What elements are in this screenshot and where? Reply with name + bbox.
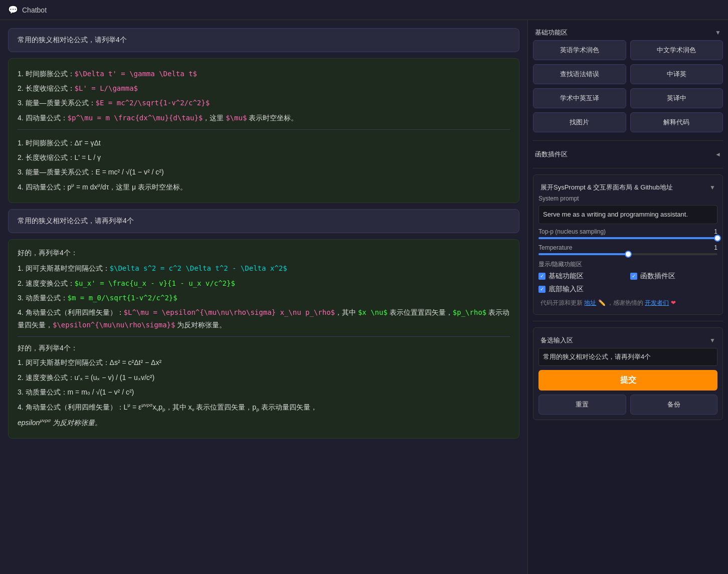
pencil-icon: ✏️ <box>598 299 606 306</box>
formula-line-5: 1. 闵可夫斯基时空间隔公式：$\Delta s^2 = c^2 \Delta … <box>18 262 510 275</box>
user-message-2: 常用的狭义相对论公式，请再列举4个 <box>8 209 519 233</box>
formula-line-4: 4. 四动量公式：$p^\mu = m \frac{dx^\mu}{d\tau}… <box>18 112 510 124</box>
sysprompt-section-header: 展开SysPrompt & 交互界面布局 & Github地址 ▼ <box>538 180 717 195</box>
btn-en-academic[interactable]: 英语学术润色 <box>533 40 626 60</box>
footer-info: 代码开源和更新 地址 ✏️ ，感谢热情的 开发者们 ❤ <box>538 297 717 309</box>
sysprompt-arrow[interactable]: ▼ <box>709 184 715 191</box>
temperature-slider-thumb <box>625 251 632 258</box>
basic-section: 基础功能区 ▼ 英语学术润色 中文学术润色 查找语法错误 中译英 学术中英互译 … <box>533 25 723 134</box>
formula-line-8: 4. 角动量公式（利用四维矢量）：$L^\mu = \epsilon^{\mu\… <box>18 306 510 331</box>
cb-plugin-label: 函数插件区 <box>640 272 675 281</box>
assistant-message-2: 好的，再列举4个： 1. 闵可夫斯基时空间隔公式：$\Delta s^2 = c… <box>8 239 519 439</box>
top-p-row: Top-p (nucleus sampling) 1 <box>538 228 717 235</box>
sysprompt-text[interactable]: Serve me as a writing and programming as… <box>538 205 717 224</box>
btn-find-grammar[interactable]: 查找语法错误 <box>533 64 626 84</box>
submit-button[interactable]: 提交 <box>538 370 717 391</box>
cb-basic-box[interactable]: ✓ <box>538 273 545 280</box>
reset-button[interactable]: 重置 <box>538 395 626 415</box>
btn-find-image[interactable]: 找图片 <box>533 112 626 132</box>
temperature-label: Temperature <box>538 244 572 251</box>
top-p-value: 1 <box>714 228 717 235</box>
footer-link[interactable]: 地址 <box>584 299 596 306</box>
sysprompt-label: System prompt <box>538 195 717 202</box>
cb-plugin-box[interactable]: ✓ <box>630 273 637 280</box>
top-p-slider-thumb <box>714 235 721 242</box>
cb-bottom-box[interactable]: ✓ <box>538 286 545 293</box>
cb-plugin[interactable]: ✓ 函数插件区 <box>630 272 718 281</box>
btn-zh-to-en[interactable]: 中译英 <box>630 64 723 84</box>
rendered-block-2: 好的，再列举4个： 1. 闵可夫斯基时空间隔公式：Δs² = c²Δt² − Δ… <box>18 336 510 429</box>
chatbot-icon: 💬 <box>8 5 18 15</box>
temperature-row: Temperature 1 <box>538 244 717 251</box>
cb-basic[interactable]: ✓ 基础功能区 <box>538 272 626 281</box>
btn-academic-translate[interactable]: 学术中英互译 <box>533 88 626 108</box>
formula-line-2: 2. 长度收缩公式：$L' = L/\gamma$ <box>18 82 510 95</box>
cb-basic-label: 基础功能区 <box>549 272 584 281</box>
top-p-label: Top-p (nucleus sampling) <box>538 228 606 235</box>
formula-line-7: 3. 动质量公式：$m = m_0/\sqrt{1-v^2/c^2}$ <box>18 292 510 304</box>
temperature-slider-fill <box>538 253 628 255</box>
cb-bottom[interactable]: ✓ 底部输入区 <box>538 285 626 294</box>
cb-bottom-label: 底部输入区 <box>549 285 584 294</box>
sysprompt-section: 展开SysPrompt & 交互界面布局 & Github地址 ▼ System… <box>533 174 723 315</box>
assistant-message-1: 1. 时间膨胀公式：$\Delta t' = \gamma \Delta t$ … <box>8 58 519 203</box>
show-hide-label: 显示/隐藏功能区 <box>538 260 717 269</box>
btn-en-to-zh[interactable]: 英译中 <box>630 88 723 108</box>
btn-zh-academic[interactable]: 中文学术润色 <box>630 40 723 60</box>
basic-section-header: 基础功能区 ▼ <box>533 25 723 40</box>
alt-input-box[interactable]: 常用的狭义相对论公式，请再列举4个 <box>538 348 717 366</box>
rendered-block-1: 1. 时间膨胀公式：Δt' = γΔt 2. 长度收缩公式：L' = L / γ… <box>18 129 510 194</box>
right-sidebar[interactable]: 基础功能区 ▼ 英语学术润色 中文学术润色 查找语法错误 中译英 学术中英互译 … <box>527 20 728 574</box>
plugin-section: 函数插件区 ◄ <box>533 147 723 162</box>
alt-input-arrow[interactable]: ▼ <box>709 337 715 344</box>
plugin-section-header: 函数插件区 ◄ <box>533 147 723 162</box>
plugin-section-arrow[interactable]: ◄ <box>715 151 721 158</box>
app-title: Chatbot <box>22 6 47 14</box>
backup-button[interactable]: 备份 <box>630 395 718 415</box>
chat-panel[interactable]: 常用的狭义相对论公式，请列举4个 1. 时间膨胀公式：$\Delta t' = … <box>0 20 527 574</box>
main-layout: 常用的狭义相对论公式，请列举4个 1. 时间膨胀公式：$\Delta t' = … <box>0 20 728 574</box>
app-header: 💬 Chatbot <box>0 0 728 20</box>
formula-line-6: 2. 速度变换公式：$u_x' = \frac{u_x - v}{1 - u_x… <box>18 277 510 290</box>
formula-line-3: 3. 能量—质量关系公式：$E = mc^2/\sqrt{1-v^2/c^2}$ <box>18 97 510 109</box>
top-p-slider-track[interactable] <box>538 237 717 239</box>
alt-input-header: 备选输入区 ▼ <box>538 333 717 348</box>
bottom-btns: 重置 备份 <box>538 395 717 415</box>
user-message-1: 常用的狭义相对论公式，请列举4个 <box>8 28 519 52</box>
formula-line-1: 1. 时间膨胀公式：$\Delta t' = \gamma \Delta t$ <box>18 68 510 80</box>
temperature-value: 1 <box>714 244 717 251</box>
temperature-slider-track[interactable] <box>538 253 717 255</box>
alt-input-section: 备选输入区 ▼ 常用的狭义相对论公式，请再列举4个 提交 重置 备份 <box>533 327 723 420</box>
top-p-slider-fill <box>538 237 717 239</box>
btn-explain-code[interactable]: 解释代码 <box>630 112 723 132</box>
basic-btn-grid: 英语学术润色 中文学术润色 查找语法错误 中译英 学术中英互译 英译中 找图片 … <box>533 40 723 132</box>
basic-section-arrow[interactable]: ▼ <box>715 29 721 36</box>
footer-link2[interactable]: 开发者们 <box>645 299 669 306</box>
heart-icon: ❤ <box>671 299 676 306</box>
checkbox-grid: ✓ 基础功能区 ✓ 函数插件区 ✓ 底部输入区 <box>538 272 717 294</box>
